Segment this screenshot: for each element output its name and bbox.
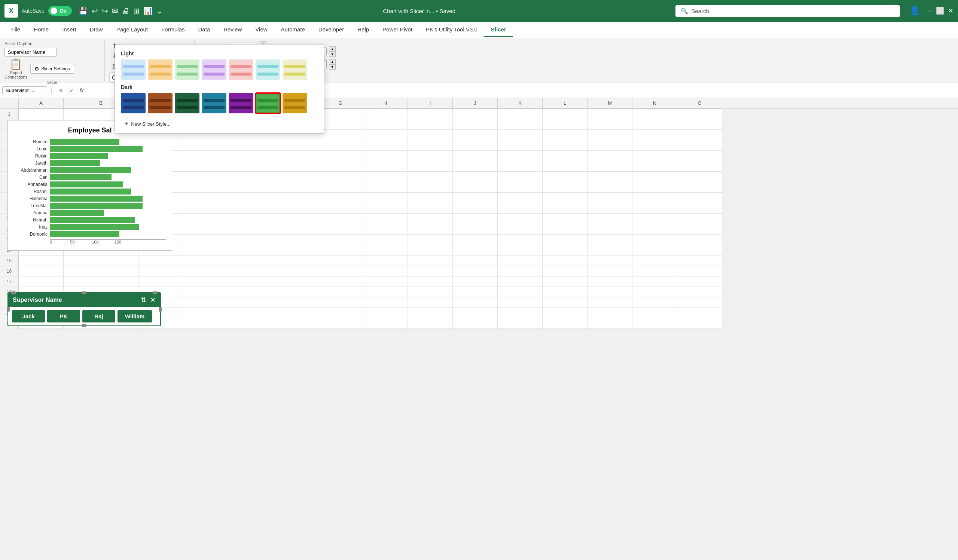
col-header-l[interactable]: L xyxy=(542,98,587,109)
cell[interactable] xyxy=(363,119,408,130)
cell[interactable] xyxy=(633,245,677,256)
cell[interactable] xyxy=(183,234,228,245)
fx-btn[interactable]: fx xyxy=(78,87,86,94)
cell[interactable] xyxy=(633,277,677,287)
cell[interactable] xyxy=(183,297,228,308)
cell[interactable] xyxy=(587,308,633,318)
cell[interactable] xyxy=(273,140,318,151)
cell[interactable] xyxy=(228,193,273,203)
cell[interactable] xyxy=(453,277,498,287)
dark-style-swatch[interactable] xyxy=(202,93,227,113)
cell[interactable] xyxy=(633,318,677,329)
cell[interactable] xyxy=(363,172,408,182)
cell[interactable] xyxy=(228,161,273,172)
cell[interactable] xyxy=(633,130,677,140)
email-icon[interactable]: ✉ xyxy=(112,6,118,15)
cell[interactable] xyxy=(633,234,677,245)
cell[interactable] xyxy=(363,256,408,266)
cell[interactable] xyxy=(363,182,408,193)
cell[interactable] xyxy=(542,224,587,234)
cell[interactable] xyxy=(498,203,542,214)
cell[interactable] xyxy=(63,256,138,266)
cell[interactable] xyxy=(183,161,228,172)
slicer-clear-filter-icon[interactable]: ✕ xyxy=(150,296,156,304)
cell[interactable] xyxy=(228,151,273,161)
cell[interactable] xyxy=(363,193,408,203)
col-header-a[interactable]: A xyxy=(19,98,63,109)
cell[interactable] xyxy=(408,214,453,224)
cell[interactable] xyxy=(498,214,542,224)
cell[interactable] xyxy=(318,130,363,140)
cell[interactable] xyxy=(183,172,228,182)
cell[interactable] xyxy=(363,140,408,151)
cell[interactable] xyxy=(633,109,677,119)
cell[interactable] xyxy=(587,318,633,329)
cell[interactable] xyxy=(318,172,363,182)
cell[interactable] xyxy=(363,161,408,172)
cell[interactable] xyxy=(453,266,498,277)
menu-developer[interactable]: Developer xyxy=(312,22,351,37)
cell[interactable] xyxy=(228,224,273,234)
menu-pks-utility[interactable]: PK's Utility Tool V3.0 xyxy=(419,22,484,37)
cell[interactable] xyxy=(228,172,273,182)
cell[interactable] xyxy=(228,308,273,318)
undo-icon[interactable]: ↩ xyxy=(92,6,98,15)
menu-power-pivot[interactable]: Power Pivot xyxy=(376,22,419,37)
cell[interactable] xyxy=(498,318,542,329)
cell[interactable] xyxy=(273,203,318,214)
cell[interactable] xyxy=(587,130,633,140)
cell[interactable] xyxy=(498,245,542,256)
chart-container[interactable]: Employee Sal RomeoLouieRoisinJarethAbdul… xyxy=(8,120,172,251)
cell[interactable] xyxy=(273,245,318,256)
cell[interactable] xyxy=(363,234,408,245)
menu-insert[interactable]: Insert xyxy=(56,22,83,37)
cell[interactable] xyxy=(453,109,498,119)
minimize-icon[interactable]: ─ xyxy=(927,7,932,15)
cell[interactable] xyxy=(273,287,318,297)
cell[interactable] xyxy=(453,318,498,329)
dark-style-swatch[interactable] xyxy=(148,93,173,113)
cell[interactable] xyxy=(318,214,363,224)
cell[interactable] xyxy=(633,224,677,234)
light-style-swatch[interactable] xyxy=(121,60,146,80)
cell[interactable] xyxy=(542,203,587,214)
close-icon[interactable]: ✕ xyxy=(948,7,953,15)
cell[interactable] xyxy=(363,308,408,318)
menu-help[interactable]: Help xyxy=(351,22,376,37)
slicer-item[interactable]: Raj xyxy=(82,310,115,323)
cell[interactable] xyxy=(183,182,228,193)
cell[interactable] xyxy=(408,151,453,161)
search-box[interactable]: 🔍 Search xyxy=(676,5,900,17)
cell[interactable] xyxy=(228,140,273,151)
cell[interactable] xyxy=(633,151,677,161)
cell[interactable] xyxy=(498,266,542,277)
cell[interactable] xyxy=(273,318,318,329)
col-header-j[interactable]: J xyxy=(453,98,498,109)
redo-icon[interactable]: ↪ xyxy=(102,6,108,15)
cell[interactable] xyxy=(408,245,453,256)
cell[interactable] xyxy=(542,297,587,308)
cell[interactable] xyxy=(542,193,587,203)
cell[interactable] xyxy=(677,203,722,214)
cell[interactable] xyxy=(542,140,587,151)
cell[interactable] xyxy=(633,203,677,214)
cell[interactable] xyxy=(677,151,722,161)
cell[interactable] xyxy=(498,161,542,172)
cell[interactable] xyxy=(453,151,498,161)
cell[interactable] xyxy=(273,224,318,234)
cell[interactable] xyxy=(183,287,228,297)
cell[interactable] xyxy=(273,161,318,172)
excel-format-icon[interactable]: 📊 xyxy=(143,6,153,15)
cell[interactable] xyxy=(677,130,722,140)
cell[interactable] xyxy=(183,245,228,256)
cell[interactable] xyxy=(633,297,677,308)
cell[interactable] xyxy=(587,203,633,214)
cell[interactable] xyxy=(318,203,363,214)
cell[interactable] xyxy=(587,109,633,119)
cell[interactable] xyxy=(633,172,677,182)
cell[interactable] xyxy=(542,119,587,130)
cell[interactable] xyxy=(183,224,228,234)
slicer-item[interactable]: William xyxy=(117,310,152,323)
cell[interactable] xyxy=(363,245,408,256)
accept-formula-btn[interactable]: ✓ xyxy=(67,87,76,94)
